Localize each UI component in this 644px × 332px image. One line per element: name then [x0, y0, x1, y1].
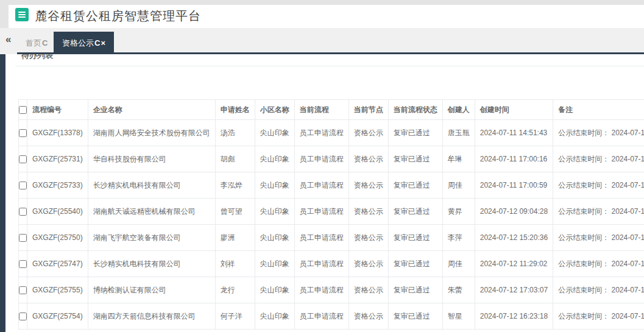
cell-create_time: 2024-07-12 09:04:28	[475, 199, 553, 225]
cell-process_status: 复审已通过	[388, 199, 442, 225]
table-head: 流程编号企业名称申请姓名小区名称当前流程当前节点当前流程状态创建人创建时间备注	[19, 100, 644, 120]
refresh-icon[interactable]: C	[42, 38, 48, 48]
table-row[interactable]: GXGZF(25540)湖南航天诚远精密机械有限公司曾可望尖山印象员工申请流程资…	[19, 199, 644, 225]
cell-select	[19, 146, 27, 172]
table-row[interactable]: GXGZF(25733)长沙精实机电科技有限公司李泓烨尖山印象员工申请流程资格公…	[19, 172, 644, 199]
refresh-icon[interactable]: C	[94, 38, 100, 48]
row-checkbox[interactable]	[19, 234, 27, 242]
cell-company: 华自科技股份有限公司	[88, 146, 215, 172]
cell-process_no: GXGZF(25754)	[27, 303, 88, 330]
cell-select	[19, 120, 27, 146]
cell-current_process: 员工申请流程	[294, 225, 349, 251]
cell-create_time: 2024-07-12 15:20:36	[475, 225, 553, 251]
cell-process_status: 复审已通过	[388, 303, 442, 330]
cell-current_node: 资格公示	[349, 120, 388, 146]
cell-remark: 公示结束时间： 2024-07-19 17:11:45	[553, 199, 644, 225]
row-checkbox[interactable]	[19, 182, 27, 189]
row-checkbox[interactable]	[19, 286, 27, 294]
cell-community: 尖山印象	[255, 146, 294, 172]
cell-creator: 朱蕾	[442, 277, 475, 303]
menu-toggle-button[interactable]	[15, 8, 29, 21]
cell-current_process: 员工申请流程	[294, 120, 349, 146]
table-row[interactable]: GXGZF(25755)博纳检测认证有限公司龙行尖山印象员工申请流程资格公示复审…	[19, 277, 644, 303]
cell-process_no: GXGZF(25733)	[27, 172, 88, 199]
column-header-select	[19, 100, 27, 120]
cell-current_node: 资格公示	[349, 277, 388, 303]
panel-divider	[15, 66, 644, 66]
cell-select	[19, 199, 27, 225]
cell-community: 尖山印象	[255, 120, 294, 146]
cell-process_status: 复审已通过	[388, 146, 442, 172]
row-checkbox[interactable]	[19, 129, 27, 137]
cell-select	[19, 303, 27, 330]
cell-current_node: 资格公示	[349, 251, 388, 277]
cell-creator: 周佳	[442, 251, 475, 277]
column-header-create_time: 创建时间	[475, 100, 553, 120]
close-tab-icon[interactable]: ×	[101, 38, 105, 48]
cell-applicant: 曾可望	[215, 199, 255, 225]
cell-process_status: 复审已通过	[388, 251, 442, 277]
cell-select	[19, 277, 27, 303]
row-checkbox[interactable]	[19, 313, 27, 320]
cell-current_node: 资格公示	[349, 225, 388, 251]
tab-qualification[interactable]: 资格公示C×	[54, 32, 114, 54]
cell-creator: 李萍	[442, 225, 475, 251]
cell-process_no: GXGZF(25731)	[27, 146, 88, 172]
cell-remark: 公示结束时间： 2024-07-19 17:12:10	[553, 146, 644, 172]
tab-home-label: 首页	[26, 38, 41, 48]
table-row[interactable]: GXGZF(25750)湖南飞宇航空装备有限公司廖洲尖山印象员工申请流程资格公示…	[19, 225, 644, 251]
cell-company: 长沙精实机电科技有限公司	[88, 172, 215, 199]
row-checkbox[interactable]	[19, 155, 27, 163]
hamburger-icon	[18, 12, 26, 13]
cell-process_no: GXGZF(25540)	[27, 199, 88, 225]
cell-remark: 公示结束时间： 2024-07-19 17:10:34	[553, 303, 644, 330]
select-all-checkbox[interactable]	[19, 106, 27, 114]
collapsed-sidebar[interactable]	[0, 54, 5, 332]
column-header-process_no: 流程编号	[27, 100, 88, 120]
table-body: GXGZF(13378)湖南雨人网络安全技术股份有限公司汤浩尖山印象员工申请流程…	[19, 120, 644, 330]
cell-company: 湖南雨人网络安全技术股份有限公司	[88, 120, 215, 146]
table-row[interactable]: GXGZF(25747)长沙精实机电科技有限公司刘祥尖山印象员工申请流程资格公示…	[19, 251, 644, 277]
cell-process_no: GXGZF(25747)	[27, 251, 88, 277]
table-row[interactable]: GXGZF(25731)华自科技股份有限公司胡彪尖山印象员工申请流程资格公示复审…	[19, 146, 644, 172]
header-left-gap	[0, 5, 9, 28]
cell-applicant: 汤浩	[215, 120, 255, 146]
row-checkbox[interactable]	[19, 208, 27, 216]
table-row[interactable]: GXGZF(13378)湖南雨人网络安全技术股份有限公司汤浩尖山印象员工申请流程…	[19, 120, 644, 146]
cell-select	[19, 172, 27, 199]
todo-table: 流程编号企业名称申请姓名小区名称当前流程当前节点当前流程状态创建人创建时间备注 …	[18, 99, 644, 330]
column-header-process_status: 当前流程状态	[388, 100, 442, 120]
cell-process_no: GXGZF(25755)	[27, 277, 88, 303]
cell-process_status: 复审已通过	[388, 120, 442, 146]
top-margin-strip	[0, 0, 644, 5]
cell-process_status: 复审已通过	[388, 172, 442, 199]
app-header: 麓谷租赁公租房智慧管理平台	[9, 5, 644, 28]
table-row[interactable]: GXGZF(25754)湖南四方天箭信息科技有限公司何子洋尖山印象员工申请流程资…	[19, 303, 644, 330]
cell-remark: 公示结束时间： 2024-07-19 17:11:58	[553, 172, 644, 199]
cell-current_node: 资格公示	[349, 199, 388, 225]
cell-creator: 智星	[442, 303, 475, 330]
cell-company: 湖南飞宇航空装备有限公司	[88, 225, 215, 251]
cell-select	[19, 251, 27, 277]
cell-community: 尖山印象	[255, 277, 294, 303]
cell-current_node: 资格公示	[349, 172, 388, 199]
column-header-community: 小区名称	[255, 100, 294, 120]
column-header-company: 企业名称	[88, 100, 215, 120]
tab-home[interactable]: 首页C	[18, 32, 55, 54]
column-header-creator: 创建人	[442, 100, 475, 120]
cell-community: 尖山印象	[255, 251, 294, 277]
row-checkbox[interactable]	[19, 260, 27, 268]
cell-remark: 公示结束时间： 2024-07-19 17:10:50	[553, 277, 644, 303]
page-title: 麓谷租赁公租房智慧管理平台	[35, 8, 201, 24]
cell-current_node: 资格公示	[349, 303, 388, 330]
cell-current_process: 员工申请流程	[294, 172, 349, 199]
cell-current_process: 员工申请流程	[294, 199, 349, 225]
collapse-tabs-icon[interactable]: «	[5, 34, 11, 46]
cell-community: 尖山印象	[255, 303, 294, 330]
column-header-current_node: 当前节点	[349, 100, 388, 120]
cell-applicant: 何子洋	[215, 303, 255, 330]
cell-applicant: 刘祥	[215, 251, 255, 277]
cell-creator: 唐玉瓶	[442, 120, 475, 146]
cell-remark: 公示结束时间： 2024-07-19 17:11:05	[553, 251, 644, 277]
cell-create_time: 2024-07-11 17:00:59	[475, 172, 553, 199]
